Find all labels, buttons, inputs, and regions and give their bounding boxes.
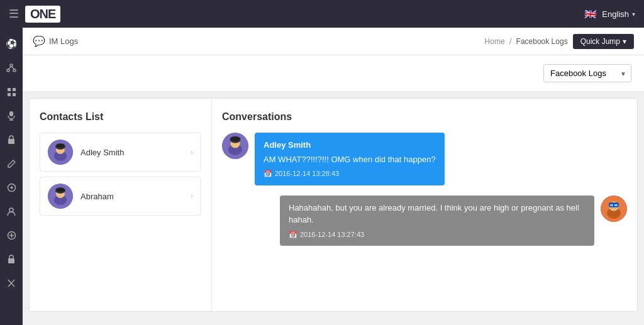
conversations-title: Conversations: [222, 111, 627, 123]
sidebar-item-lock[interactable]: [1, 129, 21, 150]
logs-filter-wrapper: Facebook Logs Skype Logs WhatsApp Logs: [543, 64, 631, 82]
lang-label: English: [602, 9, 629, 19]
msg-sender-name: Adley Smith: [264, 139, 436, 151]
msg-time-received: 📅 2016-12-14 13:27:43: [289, 229, 586, 240]
chat-container: Contacts List Adley Smith ›: [29, 98, 638, 312]
svg-point-26: [56, 144, 65, 148]
msg-text-received: Hahahahah, but you are already married. …: [289, 202, 586, 226]
svg-point-14: [10, 186, 13, 189]
quick-jump-label: Quick Jump: [580, 37, 620, 46]
svg-rect-7: [8, 93, 11, 96]
svg-rect-12: [8, 139, 14, 144]
msg-text-sent: AM WHAT??!!!?!!! OMG when did that happe…: [264, 153, 436, 166]
contact-chevron-adley: ›: [191, 148, 193, 157]
sidebar-item-plus-circle[interactable]: [1, 225, 21, 245]
breadcrumb-right: Home / Facebook Logs Quick Jump ▾: [485, 34, 634, 49]
breadcrumb-links: Home / Facebook Logs: [485, 37, 568, 46]
svg-rect-6: [13, 88, 16, 91]
nav-right: 🇬🇧 English ▾: [584, 8, 635, 20]
svg-point-31: [56, 188, 65, 192]
nav-left: ☰ ONE: [9, 6, 60, 23]
breadcrumb-bar: 💬 IM Logs Home / Facebook Logs Quick Jum…: [23, 28, 644, 55]
svg-point-2: [13, 69, 16, 72]
svg-point-36: [231, 137, 240, 141]
msg-timestamp-received: 2016-12-14 13:27:43: [300, 229, 364, 240]
sidebar-item-mic[interactable]: [1, 106, 21, 126]
sidebar-item-grid[interactable]: [1, 82, 21, 102]
sidebar-item-scissors[interactable]: [1, 273, 21, 293]
contact-avatar-abraham: [48, 184, 73, 209]
svg-point-0: [10, 64, 13, 67]
contact-item-abraham[interactable]: Abraham ›: [40, 177, 201, 216]
contact-name-adley: Adley Smith: [80, 148, 191, 157]
logo: ONE: [25, 6, 60, 23]
msg-avatar-other: [601, 196, 627, 222]
svg-rect-42: [614, 204, 618, 206]
svg-rect-5: [8, 88, 11, 91]
quick-jump-button[interactable]: Quick Jump ▾: [573, 34, 634, 49]
contact-chevron-abraham: ›: [191, 192, 193, 201]
msg-bubble-sent: Adley Smith AM WHAT??!!!?!!! OMG when di…: [255, 133, 445, 185]
breadcrumb-home[interactable]: Home: [485, 37, 505, 46]
msg-time-sent: 📅 2016-12-14 13:28:43: [264, 168, 436, 179]
svg-point-1: [7, 69, 9, 72]
lang-arrow: ▾: [632, 11, 635, 18]
sidebar-item-soccer[interactable]: ⚽: [1, 34, 21, 54]
contacts-title: Contacts List: [40, 111, 201, 123]
sidebar: ⚽: [0, 28, 23, 318]
quick-jump-arrow: ▾: [623, 37, 626, 46]
main-content: 💬 IM Logs Home / Facebook Logs Quick Jum…: [23, 28, 644, 312]
svg-rect-19: [8, 258, 14, 263]
msg-bubble-received: Hahahahah, but you are already married. …: [280, 196, 594, 246]
contact-name-abraham: Abraham: [80, 192, 191, 201]
svg-rect-41: [610, 204, 613, 206]
message-received: Hahahahah, but you are already married. …: [222, 196, 627, 246]
lang-selector[interactable]: English ▾: [602, 9, 635, 19]
sidebar-item-network[interactable]: [1, 58, 21, 78]
calendar-icon-sent: 📅: [264, 168, 272, 179]
flag-icon: 🇬🇧: [584, 8, 597, 20]
message-sent: Adley Smith AM WHAT??!!!?!!! OMG when di…: [222, 133, 627, 185]
svg-line-4: [11, 67, 14, 69]
sidebar-item-lock2[interactable]: [1, 249, 21, 269]
breadcrumb-sep: /: [509, 37, 514, 46]
msg-avatar-adley: [222, 133, 248, 159]
contacts-panel: Contacts List Adley Smith ›: [30, 99, 212, 311]
msg-timestamp-sent: 2016-12-14 13:28:43: [275, 168, 339, 179]
svg-rect-9: [9, 111, 13, 116]
svg-point-15: [9, 208, 13, 212]
sidebar-item-circle[interactable]: [1, 177, 21, 197]
top-nav: ☰ ONE 🇬🇧 English ▾: [0, 0, 644, 28]
svg-line-3: [8, 67, 11, 69]
sidebar-item-edit[interactable]: [1, 153, 21, 174]
breadcrumb-current: Facebook Logs: [516, 37, 568, 46]
conversations-panel: Conversations Adley Smith AM WHAT??!!!?!…: [212, 99, 637, 311]
svg-rect-8: [13, 93, 16, 96]
calendar-icon-received: 📅: [289, 229, 297, 240]
logs-filter-select[interactable]: Facebook Logs Skype Logs WhatsApp Logs: [543, 64, 631, 82]
contact-avatar-adley: [48, 140, 73, 165]
filter-bar: Facebook Logs Skype Logs WhatsApp Logs: [23, 55, 644, 92]
sidebar-item-user[interactable]: [1, 201, 21, 221]
breadcrumb-left: 💬 IM Logs: [33, 35, 78, 47]
hamburger-icon[interactable]: ☰: [9, 7, 19, 21]
im-logs-icon: 💬: [33, 35, 45, 47]
contact-item-adley[interactable]: Adley Smith ›: [40, 133, 201, 172]
breadcrumb-page-label: IM Logs: [49, 36, 78, 46]
